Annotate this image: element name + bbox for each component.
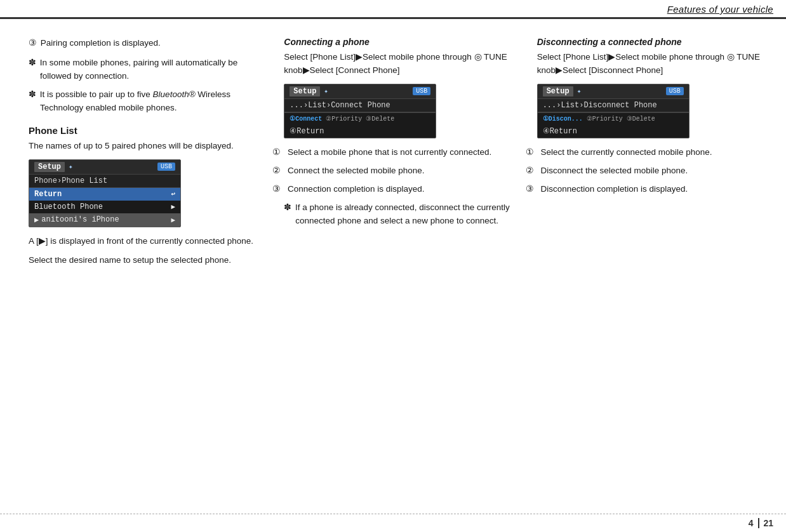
- disconnect-return-label: ④Return: [543, 126, 577, 136]
- bluetooth-phone-arrow-icon: ▶: [171, 203, 175, 211]
- connect-asterisk-sym: ✽: [284, 203, 291, 212]
- connect-breadcrumb: ...›List›Connect Phone: [284, 99, 436, 112]
- asterisk-2-text: It is possible to pair up to five Blueto…: [40, 90, 230, 112]
- disconnect-screen: Setup ✦ USB ...›List›Disconnect Phone ①D…: [537, 84, 689, 138]
- connecting-intro: Select [Phone List]▶Select mobile phone …: [284, 51, 514, 77]
- disconnect-action-3: ③Delete: [627, 115, 655, 123]
- connect-step-3-text: Connection completion is displayed.: [288, 184, 424, 194]
- screen1-header: Setup ✦ USB: [29, 160, 180, 175]
- disconnect-action-2: ②Priority: [587, 115, 623, 123]
- phone-list-screen: Setup ✦ USB Phone›Phone List Return ↩ Bl…: [29, 159, 181, 227]
- disconnect-step-2: ② Disconnect the selected mobile phone.: [537, 164, 767, 178]
- circle-3-text: Pairing completion is displayed.: [41, 38, 161, 48]
- disconnecting-intro: Select [Phone List]▶Select mobile phone …: [537, 51, 767, 77]
- return-arrow-icon: ↩: [171, 190, 175, 198]
- iphone-arrow-left-icon: ▶: [34, 215, 39, 225]
- bluetooth-icon: ✦: [69, 163, 73, 171]
- disconnect-action-row: ①Discon... ②Priority ③Delete: [538, 112, 689, 124]
- connect-step-2: ② Connect the selected mobile phone.: [284, 164, 514, 178]
- disconnect-step-3-text: Disconnection completion is displayed.: [540, 184, 688, 194]
- screen1-setup-label: Setup: [34, 162, 65, 172]
- connect-asterisk: ✽ If a phone is already connected, disco…: [284, 201, 514, 228]
- para-asterisk-1: ✽ In some mobile phones, pairing will au…: [29, 57, 258, 83]
- connect-bluetooth-icon: ✦: [324, 87, 328, 95]
- phone-list-heading: Phone List: [29, 125, 258, 136]
- screen1-return-label: Return: [34, 190, 62, 199]
- disconnect-step-2-text: Disconnect the selected mobile phone.: [540, 166, 688, 175]
- disconnect-step-3: ③ Disconnection completion is displayed.: [537, 183, 767, 196]
- connect-step-3: ③ Connection completion is displayed.: [284, 183, 514, 196]
- connect-usb-badge: USB: [413, 87, 430, 95]
- connect-return-label: ④Return: [290, 126, 324, 136]
- connect-asterisk-text: If a phone is already connected, disconn…: [295, 203, 510, 225]
- disconnect-return-row: ④Return: [538, 124, 689, 138]
- connect-screen-header: Setup ✦ USB: [284, 84, 436, 99]
- connect-action-row: ①Connect ②Priority ③Delete: [284, 112, 436, 124]
- connect-step-1-text: Select a mobile phone that is not curren…: [288, 147, 491, 157]
- bracket-arrow-note: A [▶] is displayed in front of the curre…: [29, 235, 258, 248]
- page-number: 21: [763, 518, 773, 528]
- screen1-breadcrumb: Phone›Phone List: [29, 175, 180, 188]
- connect-action-2: ②Priority: [326, 115, 362, 123]
- disconnect-screen-header: Setup ✦ USB: [538, 84, 689, 99]
- column-3: Disconnecting a connected phone Select […: [526, 37, 767, 489]
- select-name-note: Select the desired name to setup the sel…: [29, 254, 258, 267]
- page-footer: 4 21: [0, 514, 786, 532]
- column-1: ③ Pairing completion is displayed. ✽ In …: [29, 37, 272, 489]
- connect-step-2-text: Connect the selected mobile phone.: [288, 166, 424, 175]
- connect-screen: Setup ✦ USB ...›List›Connect Phone ①Conn…: [284, 84, 436, 138]
- connect-setup-label: Setup: [290, 86, 320, 96]
- page-title: Features of your vehicle: [667, 4, 773, 15]
- para-circle-3: ③ Pairing completion is displayed.: [29, 37, 258, 50]
- chapter-number: 4: [749, 518, 760, 528]
- disconnect-step-1: ① Select the currently connected mobile …: [537, 146, 767, 159]
- asterisk-1-sym: ✽: [29, 58, 36, 67]
- screen1-return-row: Return ↩: [29, 188, 180, 201]
- disconnect-setup-label: Setup: [543, 86, 573, 96]
- page-header: Features of your vehicle: [0, 0, 786, 19]
- asterisk-1-text: In some mobile phones, pairing will auto…: [40, 58, 237, 81]
- screen1-iphone-row: ▶ anitooni's iPhone ▶: [29, 213, 180, 227]
- page-number-block: 4 21: [749, 518, 773, 528]
- connect-action-1: ①Connect: [290, 115, 322, 123]
- para-asterisk-2: ✽ It is possible to pair up to five Blue…: [29, 88, 258, 115]
- connecting-heading: Connecting a phone: [284, 37, 514, 47]
- asterisk-2-sym: ✽: [29, 90, 36, 99]
- disconnect-breadcrumb: ...›List›Disconnect Phone: [538, 99, 689, 112]
- disconnecting-heading: Disconnecting a connected phone: [537, 37, 767, 47]
- connect-step-1: ① Select a mobile phone that is not curr…: [284, 146, 514, 159]
- connect-return-row: ④Return: [284, 124, 436, 138]
- screen1-bluetooth-phone-row: Bluetooth Phone ▶: [29, 201, 180, 213]
- disconnect-usb-badge: USB: [666, 87, 684, 95]
- disconnect-action-1: ①Discon...: [543, 115, 583, 123]
- screen1-usb-badge: USB: [157, 163, 175, 171]
- bluetooth-phone-label: Bluetooth Phone: [34, 203, 103, 211]
- phone-list-desc: The names of up to 5 paired phones will …: [29, 140, 258, 153]
- connect-action-3: ③Delete: [366, 115, 394, 123]
- main-content: ③ Pairing completion is displayed. ✽ In …: [0, 19, 786, 502]
- disconnect-step-1-text: Select the currently connected mobile ph…: [540, 147, 712, 157]
- iphone-label: anitooni's iPhone: [41, 215, 119, 224]
- column-2: Connecting a phone Select [Phone List]▶S…: [272, 37, 525, 489]
- circle-3-num: ③: [29, 37, 37, 50]
- iphone-arrow-icon: ▶: [171, 216, 175, 224]
- disconnect-bluetooth-icon: ✦: [577, 87, 582, 95]
